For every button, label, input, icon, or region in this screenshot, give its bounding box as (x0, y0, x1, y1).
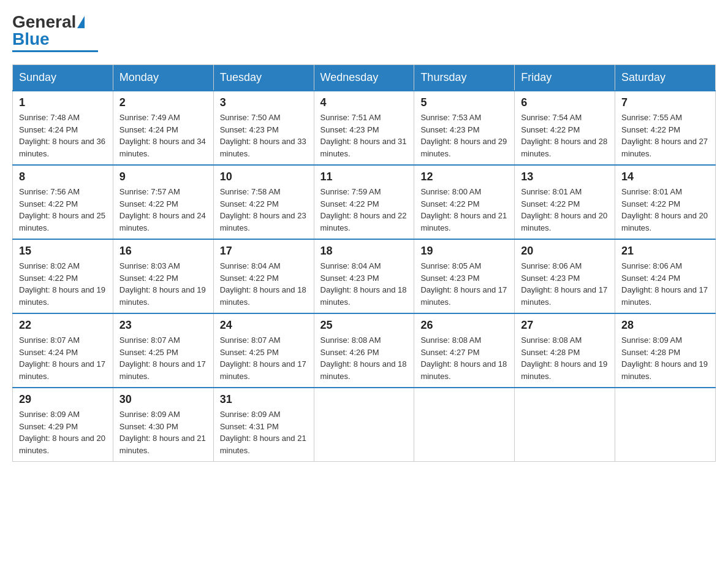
calendar-cell: 6Sunrise: 7:54 AMSunset: 4:22 PMDaylight… (515, 91, 615, 165)
day-info: Sunrise: 8:07 AMSunset: 4:25 PMDaylight:… (220, 334, 308, 382)
day-info: Sunrise: 8:07 AMSunset: 4:25 PMDaylight:… (119, 334, 207, 382)
day-info: Sunrise: 8:06 AMSunset: 4:24 PMDaylight:… (621, 260, 709, 308)
day-info: Sunrise: 7:56 AMSunset: 4:22 PMDaylight:… (19, 186, 107, 234)
day-number: 17 (220, 245, 308, 258)
calendar-cell: 28Sunrise: 8:09 AMSunset: 4:28 PMDayligh… (615, 313, 716, 388)
day-number: 5 (420, 96, 508, 109)
day-info: Sunrise: 7:58 AMSunset: 4:22 PMDaylight:… (220, 186, 308, 234)
calendar-cell: 25Sunrise: 8:08 AMSunset: 4:26 PMDayligh… (314, 313, 414, 388)
weekday-header-tuesday: Tuesday (213, 65, 314, 91)
day-number: 9 (119, 170, 207, 183)
weekday-header-monday: Monday (113, 65, 213, 91)
weekday-header-row: SundayMondayTuesdayWednesdayThursdayFrid… (13, 65, 716, 91)
day-info: Sunrise: 8:02 AMSunset: 4:22 PMDaylight:… (19, 260, 107, 308)
day-info: Sunrise: 8:05 AMSunset: 4:23 PMDaylight:… (420, 260, 508, 308)
week-row-3: 15Sunrise: 8:02 AMSunset: 4:22 PMDayligh… (13, 239, 716, 313)
calendar-cell (615, 388, 716, 462)
day-info: Sunrise: 8:08 AMSunset: 4:26 PMDaylight:… (320, 334, 408, 382)
day-info: Sunrise: 8:09 AMSunset: 4:31 PMDaylight:… (220, 408, 308, 456)
logo-blue-text: Blue (12, 29, 50, 49)
day-number: 20 (521, 245, 609, 258)
day-info: Sunrise: 7:54 AMSunset: 4:22 PMDaylight:… (521, 112, 609, 159)
calendar-cell: 22Sunrise: 8:07 AMSunset: 4:24 PMDayligh… (13, 313, 113, 388)
day-number: 18 (320, 245, 408, 258)
calendar-cell: 11Sunrise: 7:59 AMSunset: 4:22 PMDayligh… (314, 165, 414, 239)
day-number: 15 (19, 245, 107, 258)
day-info: Sunrise: 7:53 AMSunset: 4:23 PMDaylight:… (420, 112, 508, 159)
day-number: 13 (521, 170, 609, 183)
day-number: 28 (621, 319, 709, 332)
day-info: Sunrise: 8:00 AMSunset: 4:22 PMDaylight:… (420, 186, 508, 234)
calendar-cell: 15Sunrise: 8:02 AMSunset: 4:22 PMDayligh… (13, 239, 113, 313)
calendar-cell: 10Sunrise: 7:58 AMSunset: 4:22 PMDayligh… (213, 165, 314, 239)
day-info: Sunrise: 8:03 AMSunset: 4:22 PMDaylight:… (119, 260, 207, 308)
day-info: Sunrise: 8:08 AMSunset: 4:27 PMDaylight:… (420, 334, 508, 382)
day-number: 12 (420, 170, 508, 183)
weekday-header-friday: Friday (515, 65, 615, 91)
calendar-cell: 12Sunrise: 8:00 AMSunset: 4:22 PMDayligh… (414, 165, 515, 239)
page-header: General Blue (12, 12, 716, 52)
calendar-cell: 8Sunrise: 7:56 AMSunset: 4:22 PMDaylight… (13, 165, 113, 239)
calendar-cell: 13Sunrise: 8:01 AMSunset: 4:22 PMDayligh… (515, 165, 615, 239)
calendar-table: SundayMondayTuesdayWednesdayThursdayFrid… (12, 64, 716, 462)
calendar-cell: 1Sunrise: 7:48 AMSunset: 4:24 PMDaylight… (13, 91, 113, 165)
day-info: Sunrise: 7:48 AMSunset: 4:24 PMDaylight:… (19, 112, 107, 159)
day-info: Sunrise: 7:50 AMSunset: 4:23 PMDaylight:… (220, 112, 308, 159)
day-number: 7 (621, 96, 709, 109)
week-row-4: 22Sunrise: 8:07 AMSunset: 4:24 PMDayligh… (13, 313, 716, 388)
day-info: Sunrise: 8:09 AMSunset: 4:29 PMDaylight:… (19, 408, 107, 456)
day-number: 29 (19, 393, 107, 406)
day-number: 30 (119, 393, 207, 406)
calendar-cell: 14Sunrise: 8:01 AMSunset: 4:22 PMDayligh… (615, 165, 716, 239)
weekday-header-saturday: Saturday (615, 65, 716, 91)
day-number: 26 (420, 319, 508, 332)
day-info: Sunrise: 7:49 AMSunset: 4:24 PMDaylight:… (119, 112, 207, 159)
weekday-header-thursday: Thursday (414, 65, 515, 91)
day-number: 2 (119, 96, 207, 109)
day-number: 16 (119, 245, 207, 258)
day-info: Sunrise: 7:51 AMSunset: 4:23 PMDaylight:… (320, 112, 408, 159)
logo-underline (12, 50, 98, 52)
logo-triangle-icon (77, 16, 85, 28)
day-info: Sunrise: 8:09 AMSunset: 4:28 PMDaylight:… (621, 334, 709, 382)
day-number: 21 (621, 245, 709, 258)
week-row-5: 29Sunrise: 8:09 AMSunset: 4:29 PMDayligh… (13, 388, 716, 462)
day-number: 6 (521, 96, 609, 109)
calendar-cell: 30Sunrise: 8:09 AMSunset: 4:30 PMDayligh… (113, 388, 213, 462)
weekday-header-wednesday: Wednesday (314, 65, 414, 91)
logo: General Blue (12, 12, 98, 52)
calendar-cell (515, 388, 615, 462)
week-row-1: 1Sunrise: 7:48 AMSunset: 4:24 PMDaylight… (13, 91, 716, 165)
day-number: 31 (220, 393, 308, 406)
calendar-cell: 26Sunrise: 8:08 AMSunset: 4:27 PMDayligh… (414, 313, 515, 388)
day-info: Sunrise: 8:04 AMSunset: 4:23 PMDaylight:… (320, 260, 408, 308)
day-number: 1 (19, 96, 107, 109)
day-number: 4 (320, 96, 408, 109)
calendar-cell: 17Sunrise: 8:04 AMSunset: 4:22 PMDayligh… (213, 239, 314, 313)
weekday-header-sunday: Sunday (13, 65, 113, 91)
calendar-cell: 20Sunrise: 8:06 AMSunset: 4:23 PMDayligh… (515, 239, 615, 313)
day-info: Sunrise: 8:07 AMSunset: 4:24 PMDaylight:… (19, 334, 107, 382)
calendar-cell: 7Sunrise: 7:55 AMSunset: 4:22 PMDaylight… (615, 91, 716, 165)
day-number: 11 (320, 170, 408, 183)
calendar-cell: 3Sunrise: 7:50 AMSunset: 4:23 PMDaylight… (213, 91, 314, 165)
day-number: 14 (621, 170, 709, 183)
day-info: Sunrise: 8:01 AMSunset: 4:22 PMDaylight:… (621, 186, 709, 234)
day-info: Sunrise: 7:55 AMSunset: 4:22 PMDaylight:… (621, 112, 709, 159)
day-number: 19 (420, 245, 508, 258)
day-info: Sunrise: 8:01 AMSunset: 4:22 PMDaylight:… (521, 186, 609, 234)
calendar-cell (314, 388, 414, 462)
calendar-cell: 19Sunrise: 8:05 AMSunset: 4:23 PMDayligh… (414, 239, 515, 313)
week-row-2: 8Sunrise: 7:56 AMSunset: 4:22 PMDaylight… (13, 165, 716, 239)
day-info: Sunrise: 7:59 AMSunset: 4:22 PMDaylight:… (320, 186, 408, 234)
calendar-cell: 5Sunrise: 7:53 AMSunset: 4:23 PMDaylight… (414, 91, 515, 165)
day-info: Sunrise: 8:06 AMSunset: 4:23 PMDaylight:… (521, 260, 609, 308)
calendar-cell: 9Sunrise: 7:57 AMSunset: 4:22 PMDaylight… (113, 165, 213, 239)
calendar-cell: 21Sunrise: 8:06 AMSunset: 4:24 PMDayligh… (615, 239, 716, 313)
day-info: Sunrise: 8:09 AMSunset: 4:30 PMDaylight:… (119, 408, 207, 456)
day-info: Sunrise: 8:08 AMSunset: 4:28 PMDaylight:… (521, 334, 609, 382)
day-number: 8 (19, 170, 107, 183)
day-number: 27 (521, 319, 609, 332)
day-number: 23 (119, 319, 207, 332)
day-info: Sunrise: 8:04 AMSunset: 4:22 PMDaylight:… (220, 260, 308, 308)
